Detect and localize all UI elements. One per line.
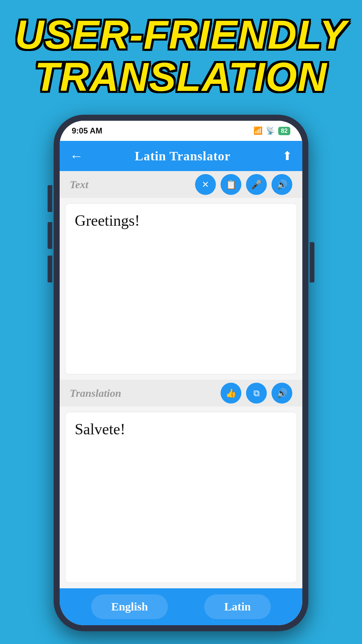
app-bar: ← Latin Translator ⬆ bbox=[60, 141, 302, 171]
target-language-button[interactable]: Latin bbox=[204, 594, 271, 619]
clear-button[interactable]: ✕ bbox=[195, 174, 216, 195]
app-title: Latin Translator bbox=[90, 149, 276, 163]
input-label: Text bbox=[70, 178, 88, 191]
clipboard-button[interactable]: 📋 bbox=[221, 174, 241, 195]
input-text-area[interactable]: Greetings! bbox=[65, 203, 297, 374]
hero-title: User-Friendly Translation bbox=[2, 13, 360, 98]
mic-button[interactable]: 🎤 bbox=[246, 174, 267, 195]
language-bar: English Latin bbox=[60, 588, 302, 625]
speaker-button-output[interactable]: 🔊 bbox=[272, 383, 292, 404]
output-panel: Translation 👍 ⧉ 🔊 Salvete! bbox=[60, 380, 302, 588]
translation-text: Salvete! bbox=[75, 421, 125, 438]
battery-indicator: 82 bbox=[278, 127, 290, 135]
like-button[interactable]: 👍 bbox=[221, 383, 241, 404]
translation-actions: 👍 ⧉ 🔊 bbox=[221, 383, 292, 404]
input-panel: Text ✕ 📋 🎤 🔊 Greetings! bbox=[60, 171, 302, 380]
input-section-header: Text ✕ 📋 🎤 🔊 bbox=[60, 171, 302, 198]
source-language-button[interactable]: English bbox=[91, 594, 168, 619]
wifi-icon: 📶 bbox=[253, 126, 262, 135]
status-time: 9:05 AM bbox=[72, 126, 102, 136]
output-text-area: Salvete! bbox=[65, 412, 297, 583]
signal-icon: 📡 bbox=[266, 126, 275, 135]
input-text: Greetings! bbox=[75, 212, 140, 229]
back-button[interactable]: ← bbox=[70, 149, 83, 164]
translation-section-header: Translation 👍 ⧉ 🔊 bbox=[60, 380, 302, 407]
copy-button[interactable]: ⧉ bbox=[246, 383, 267, 404]
status-bar: 9:05 AM 📶 📡 82 bbox=[60, 121, 302, 141]
phone-shell: 9:05 AM 📶 📡 82 ← Latin Translator ⬆ Text… bbox=[54, 115, 308, 631]
share-button[interactable]: ⬆ bbox=[282, 149, 292, 163]
translation-label: Translation bbox=[70, 387, 121, 399]
phone-screen: 9:05 AM 📶 📡 82 ← Latin Translator ⬆ Text… bbox=[60, 121, 302, 625]
status-icons: 📶 📡 82 bbox=[253, 126, 290, 135]
speaker-button-input[interactable]: 🔊 bbox=[272, 174, 292, 195]
input-actions: ✕ 📋 🎤 🔊 bbox=[195, 174, 292, 195]
